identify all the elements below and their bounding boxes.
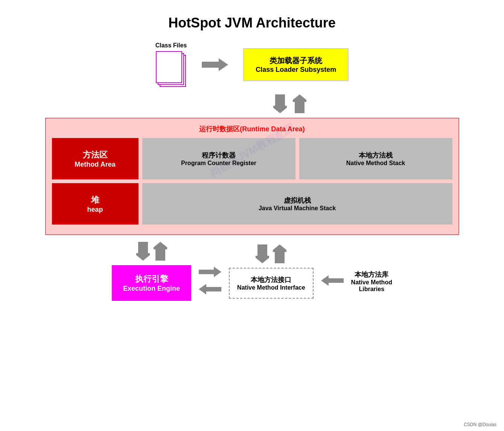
heap-en: heap (87, 206, 103, 214)
jvm-stack-en: Java Virtual Machine Stack (259, 205, 336, 212)
heap-box: 堆 heap (52, 183, 139, 225)
svg-marker-0 (202, 58, 228, 71)
jvm-stack-zh: 虚拟机栈 (284, 196, 311, 205)
bottom-section: 执行引擎 Execution Engine (45, 239, 459, 301)
native-lib-en: Native MethodLibraries (351, 279, 392, 293)
heap-zh: 堆 (91, 194, 99, 206)
native-lib-zh: 本地方法库 (355, 270, 388, 279)
arrow-down-to-interface (256, 244, 269, 265)
svg-marker-5 (199, 267, 221, 277)
execution-engine-box: 执行引擎 Execution Engine (112, 265, 191, 301)
program-counter-cell: 程序计数器 Program Counter Register (142, 138, 295, 179)
class-loader-zh: 类加载器子系统 (255, 56, 337, 66)
svg-marker-1 (273, 94, 287, 113)
arrow-right-to-interface (199, 266, 221, 279)
arrow-left-from-lib (321, 275, 344, 288)
execution-engine-en: Execution Engine (123, 285, 180, 293)
class-loader-en: Class Loader Subsystem (255, 66, 337, 74)
svg-marker-7 (256, 244, 269, 263)
program-counter-zh: 程序计数器 (202, 151, 236, 160)
jvm-stack-cell: 虚拟机栈 Java Virtual Machine Stack (142, 183, 452, 225)
native-interface-en: Native Method Interface (237, 284, 305, 291)
arrow-up-from-runtime (293, 94, 306, 115)
arrow-to-classloader (202, 57, 228, 72)
program-counter-en: Program Counter Register (181, 160, 256, 167)
execution-engine-column: 执行引擎 Execution Engine (112, 239, 191, 301)
arrow-down-to-runtime (273, 94, 287, 115)
svg-marker-6 (199, 284, 221, 294)
method-area-box: 方法区 Method Area (52, 138, 139, 179)
class-loader-box: 类加载器子系统 Class Loader Subsystem (243, 48, 349, 81)
svg-marker-8 (273, 244, 286, 263)
native-interface-box: 本地方法接口 Native Method Interface (229, 268, 313, 299)
native-interface-column: 本地方法接口 Native Method Interface (229, 241, 313, 299)
footer-credit: CSDN @Douias (464, 422, 496, 427)
arrow-up-from-interface (273, 244, 286, 265)
native-interface-zh: 本地方法接口 (237, 275, 305, 284)
method-area-zh: 方法区 (83, 149, 108, 161)
svg-marker-4 (154, 242, 167, 261)
class-files-icon (156, 51, 186, 87)
native-method-stack-cell: 本地方法栈 Native Method Stack (299, 138, 452, 179)
method-area-en: Method Area (75, 161, 115, 168)
svg-marker-9 (321, 275, 344, 286)
runtime-data-area: 运行时数据区(Runtime Data Area) 方法区 Method Are… (45, 118, 459, 235)
page-front (156, 51, 182, 83)
native-method-stack-zh: 本地方法栈 (359, 151, 393, 160)
class-files-group: Class Files (155, 42, 187, 87)
arrow-down-to-exec (136, 242, 150, 262)
arrow-left-from-interface (199, 283, 221, 297)
execution-engine-zh: 执行引擎 (123, 273, 180, 285)
runtime-label: 运行时数据区(Runtime Data Area) (52, 124, 452, 134)
native-libraries-column: 本地方法库 Native MethodLibraries (351, 270, 392, 293)
native-method-stack-en: Native Method Stack (346, 160, 405, 167)
svg-marker-2 (293, 94, 306, 113)
page-title: HotSpot JVM Architecture (45, 15, 459, 31)
class-files-label: Class Files (155, 42, 187, 49)
arrow-up-from-exec (154, 242, 167, 262)
svg-marker-3 (136, 242, 150, 261)
